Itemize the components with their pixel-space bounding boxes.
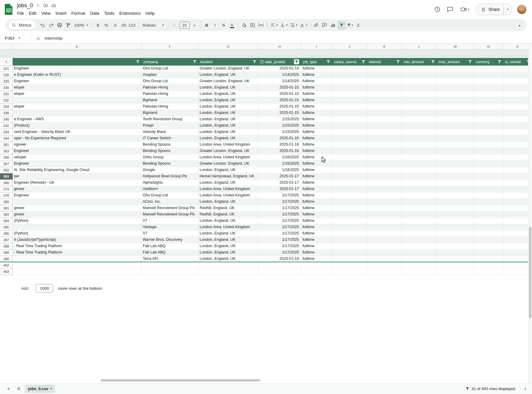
cell[interactable] xyxy=(503,192,532,199)
cell[interactable] xyxy=(332,231,367,237)
cell[interactable]: London, England, UK xyxy=(198,167,258,173)
cell[interactable]: fulltime xyxy=(301,142,332,148)
cell[interactable] xyxy=(301,269,332,275)
row-number[interactable]: 387 xyxy=(0,237,13,243)
cell[interactable]: Bending Spoons xyxy=(142,142,198,148)
sheet-tab[interactable]: jobs_0.csv ▾ xyxy=(25,385,55,393)
cell[interactable] xyxy=(402,116,437,123)
cell[interactable]: Anaplan xyxy=(142,72,198,78)
cell[interactable]: 1/16/2025 xyxy=(258,154,301,161)
cell[interactable] xyxy=(402,104,437,110)
font-select[interactable]: Roboto▾ xyxy=(140,21,166,29)
column-header-location[interactable]: location xyxy=(198,58,258,66)
share-options-button[interactable]: ▾ xyxy=(503,4,512,15)
row-number[interactable]: 343 xyxy=(0,129,13,135)
cell[interactable]: London, England, UK xyxy=(198,91,258,97)
cell[interactable] xyxy=(503,180,532,186)
cell[interactable] xyxy=(474,205,503,212)
cell[interactable] xyxy=(437,66,474,72)
cell[interactable]: 1/17/2025 xyxy=(258,231,301,237)
paint-format-button[interactable] xyxy=(64,21,72,29)
formula-input[interactable]: internship xyxy=(45,36,63,40)
row-number[interactable]: 1 xyxy=(0,58,13,66)
cell[interactable] xyxy=(437,199,474,205)
cell[interactable]: per xyxy=(13,173,142,180)
cell[interactable] xyxy=(474,154,503,161)
cell[interactable] xyxy=(367,123,402,129)
cell[interactable]: Terra API xyxy=(142,256,198,262)
cell[interactable] xyxy=(474,123,503,129)
cell[interactable]: Pakistan Hiring xyxy=(142,91,198,97)
cell[interactable] xyxy=(332,167,367,173)
column-letter-K[interactable]: K xyxy=(367,44,402,50)
cell[interactable] xyxy=(437,154,474,161)
cell[interactable]: London Area, United Kingdom xyxy=(198,142,258,148)
cell[interactable]: 1/17/2025 xyxy=(258,199,301,205)
borders-button[interactable] xyxy=(249,21,257,29)
column-header-salary_source[interactable]: salary_source xyxy=(332,58,367,66)
row-number[interactable]: 380 xyxy=(0,199,13,205)
cell[interactable] xyxy=(474,167,503,173)
row-number[interactable]: 328 xyxy=(0,72,13,78)
cell[interactable]: Greater London, England, UK xyxy=(198,148,258,154)
cell[interactable] xyxy=(367,161,402,167)
cell[interactable] xyxy=(503,218,532,224)
cell[interactable] xyxy=(367,148,402,154)
row-number[interactable]: 357 xyxy=(0,161,13,167)
cell[interactable] xyxy=(503,85,532,91)
cell[interactable] xyxy=(367,256,402,262)
cell[interactable]: London, England, UK xyxy=(198,135,258,142)
cell[interactable]: nCino, Inc. xyxy=(142,199,198,205)
cell[interactable] xyxy=(332,262,367,269)
column-header[interactable] xyxy=(13,58,142,66)
cell[interactable] xyxy=(13,224,142,231)
cell[interactable]: 2025-01-15 xyxy=(258,91,301,97)
cell[interactable]: 1/17/2025 xyxy=(258,212,301,218)
cell[interactable] xyxy=(474,78,503,85)
cell[interactable] xyxy=(367,129,402,135)
cell[interactable]: 2025-01-15 xyxy=(258,104,301,110)
cell[interactable] xyxy=(474,237,503,243)
cell[interactable] xyxy=(258,262,301,269)
cell[interactable] xyxy=(332,123,367,129)
cell[interactable] xyxy=(474,116,503,123)
cell[interactable]: fulltime xyxy=(301,199,332,205)
cell[interactable] xyxy=(503,110,532,116)
cell[interactable]: eloper xyxy=(13,91,142,97)
cell[interactable]: fulltime xyxy=(301,237,332,243)
cell[interactable]: Tenth Revolution Group xyxy=(142,116,198,123)
cell[interactable]: Orbis Group xyxy=(142,154,198,161)
cell[interactable] xyxy=(367,154,402,161)
cell[interactable]: Oho Group Ltd xyxy=(142,192,198,199)
cell[interactable] xyxy=(367,218,402,224)
functions-button[interactable]: Σ xyxy=(354,21,363,29)
cell[interactable]: Bending Spoons xyxy=(142,148,198,154)
strikethrough-button[interactable]: S xyxy=(220,21,228,29)
cell[interactable] xyxy=(367,224,402,231)
row-number[interactable]: 356 xyxy=(0,154,13,161)
cell[interactable] xyxy=(367,186,402,192)
cell[interactable] xyxy=(332,256,367,262)
row-number[interactable]: 321 xyxy=(0,66,13,72)
row-number[interactable]: 334 xyxy=(0,104,13,110)
cell[interactable] xyxy=(332,186,367,192)
cell[interactable] xyxy=(437,212,474,218)
filter-active-icon[interactable] xyxy=(294,59,299,64)
cell[interactable]: Greater London, England, UK xyxy=(198,66,258,72)
cell[interactable] xyxy=(503,116,532,123)
cell[interactable] xyxy=(142,269,198,275)
cell[interactable]: veloper xyxy=(13,154,142,161)
vertical-align-button[interactable]: ▾ xyxy=(279,21,289,29)
column-header-interval[interactable]: interval xyxy=(367,58,402,66)
cell[interactable] xyxy=(503,212,532,218)
row-number[interactable]: 378 xyxy=(0,192,13,199)
italic-button[interactable]: I xyxy=(211,21,219,29)
cell[interactable] xyxy=(474,186,503,192)
row-number[interactable]: 381 xyxy=(0,205,13,212)
cell[interactable]: oper - No Experience Required xyxy=(13,135,142,142)
cell[interactable] xyxy=(332,110,367,116)
cell[interactable] xyxy=(402,135,437,142)
cell[interactable] xyxy=(437,231,474,237)
cell[interactable] xyxy=(437,116,474,123)
cell[interactable] xyxy=(437,97,474,104)
